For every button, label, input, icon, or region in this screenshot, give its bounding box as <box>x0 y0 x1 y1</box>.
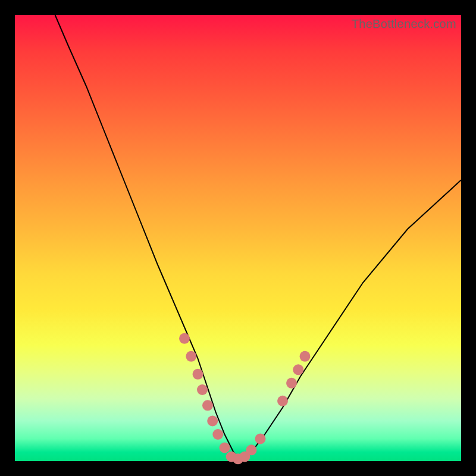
data-dot <box>202 400 213 411</box>
data-dot <box>300 351 311 362</box>
data-dot <box>193 369 203 380</box>
data-dot <box>212 429 223 440</box>
chart-svg <box>15 15 461 461</box>
data-dot <box>186 351 196 362</box>
data-dot <box>293 364 303 375</box>
data-dots-group <box>179 333 311 465</box>
data-dot <box>179 333 190 344</box>
data-dot <box>277 396 288 406</box>
data-dot <box>207 416 218 427</box>
data-dot <box>246 444 257 455</box>
data-dot <box>197 384 208 395</box>
plot-area: TheBottleneck.com <box>15 15 461 461</box>
bottleneck-curve <box>55 15 462 461</box>
data-dot <box>220 443 230 453</box>
watermark-label: TheBottleneck.com <box>352 17 456 31</box>
data-dot <box>286 378 297 389</box>
data-dot <box>255 434 266 444</box>
